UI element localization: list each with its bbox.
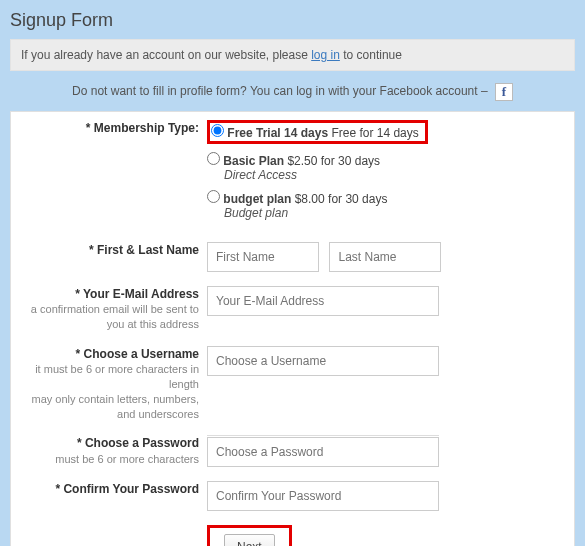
- username-input[interactable]: [207, 346, 439, 376]
- notice-suffix: to continue: [340, 48, 402, 62]
- login-link[interactable]: log in: [311, 48, 340, 62]
- email-input[interactable]: [207, 286, 439, 316]
- membership-title-0: Free Trial 14 days: [227, 126, 328, 140]
- membership-price-2: $8.00 for 30 days: [295, 192, 388, 206]
- email-hint: a confirmation email will be sent to you…: [21, 302, 199, 332]
- signup-form: * Membership Type: Free Trial 14 days Fr…: [10, 111, 575, 546]
- existing-account-notice: If you already have an account on our we…: [10, 39, 575, 71]
- email-label: * Your E-Mail Address: [21, 286, 199, 302]
- membership-title-1: Basic Plan: [223, 154, 284, 168]
- password-label: * Choose a Password: [21, 435, 199, 451]
- confirm-password-input[interactable]: [207, 481, 439, 511]
- membership-radio-budget[interactable]: [207, 190, 220, 203]
- notice-prefix: If you already have an account on our we…: [21, 48, 311, 62]
- name-label: * First & Last Name: [21, 242, 199, 258]
- membership-desc-1: Direct Access: [224, 168, 564, 182]
- facebook-login-line: Do not want to fill in profile form? You…: [6, 83, 579, 101]
- membership-desc-2: Budget plan: [224, 206, 564, 220]
- confirm-label: * Confirm Your Password: [21, 481, 199, 497]
- membership-radio-freetrial[interactable]: [211, 124, 224, 137]
- last-name-input[interactable]: [329, 242, 441, 272]
- membership-label: * Membership Type:: [21, 120, 199, 136]
- page-title: Signup Form: [10, 10, 579, 31]
- next-button[interactable]: Next: [224, 534, 275, 546]
- membership-title-2: budget plan: [223, 192, 291, 206]
- next-highlight: Next: [207, 525, 292, 546]
- username-hint1: it must be 6 or more characters in lengt…: [21, 362, 199, 392]
- password-hint: must be 6 or more characters: [21, 452, 199, 467]
- password-input[interactable]: [207, 437, 439, 467]
- membership-radio-basic[interactable]: [207, 152, 220, 165]
- first-name-input[interactable]: [207, 242, 319, 272]
- username-label: * Choose a Username: [21, 346, 199, 362]
- membership-options: Free Trial 14 days Free for 14 days Basi…: [207, 120, 564, 228]
- membership-price-0: Free for 14 days: [331, 126, 418, 140]
- facebook-icon[interactable]: f: [495, 83, 513, 101]
- username-hint2: may only contain letters, numbers, and u…: [21, 392, 199, 422]
- membership-highlight: Free Trial 14 days Free for 14 days: [207, 120, 428, 144]
- membership-price-1: $2.50 for 30 days: [287, 154, 380, 168]
- facebook-text: Do not want to fill in profile form? You…: [72, 84, 491, 98]
